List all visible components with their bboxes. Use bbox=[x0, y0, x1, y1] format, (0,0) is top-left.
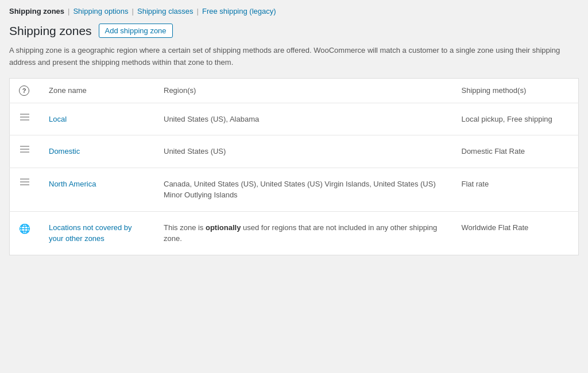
table-row: Domestic United States (US) Domestic Fla… bbox=[10, 135, 579, 168]
zone-name-cell: Domestic bbox=[40, 135, 154, 168]
table-row: Local United States (US), Alabama Local … bbox=[10, 103, 579, 135]
question-icon: ? bbox=[19, 86, 29, 96]
region-cell: United States (US), Alabama bbox=[154, 103, 452, 135]
special-region-cell: This zone is optionally used for regions… bbox=[154, 211, 452, 255]
page-header: Shipping zones Add shipping zone bbox=[9, 24, 579, 38]
table-row: North America Canada, United States (US)… bbox=[10, 168, 579, 211]
drag-handle-cell[interactable] bbox=[10, 135, 40, 168]
separator-1: | bbox=[68, 7, 69, 15]
zone-name-line1: Locations not covered by bbox=[49, 223, 132, 232]
separator-2: | bbox=[132, 7, 134, 15]
shipping-method-cell: Local pickup, Free shipping bbox=[452, 103, 579, 135]
zone-name-link[interactable]: Domestic bbox=[49, 147, 80, 156]
tab-free-shipping[interactable]: Free shipping (legacy) bbox=[202, 7, 276, 15]
th-question: ? bbox=[10, 78, 40, 103]
region-cell: United States (US) bbox=[154, 135, 452, 168]
page-wrapper: Shipping zones | Shipping options | Ship… bbox=[0, 0, 588, 373]
table-row-special: 🌐 Locations not covered by your other zo… bbox=[10, 211, 579, 255]
tab-shipping-zones[interactable]: Shipping zones bbox=[9, 7, 64, 15]
shipping-method-cell: Flat rate bbox=[452, 168, 579, 211]
page-description: A shipping zone is a geographic region w… bbox=[9, 45, 560, 69]
zone-name-link[interactable]: Local bbox=[49, 115, 67, 123]
shipping-zones-table: ? Zone name Region(s) Shipping method(s) bbox=[9, 78, 579, 255]
drag-handle-icon[interactable] bbox=[19, 178, 30, 185]
separator-3: | bbox=[197, 7, 199, 15]
table-header-row: ? Zone name Region(s) Shipping method(s) bbox=[10, 78, 579, 103]
shipping-method-cell: Domestic Flat Rate bbox=[452, 135, 579, 168]
drag-handle-cell[interactable] bbox=[10, 103, 40, 135]
tab-shipping-classes[interactable]: Shipping classes bbox=[137, 7, 194, 15]
th-zone-name: Zone name bbox=[40, 78, 154, 103]
tab-shipping-options[interactable]: Shipping options bbox=[73, 7, 128, 15]
zone-name-link[interactable]: North America bbox=[49, 180, 96, 188]
drag-handle-icon[interactable] bbox=[19, 114, 30, 121]
th-shipping-methods: Shipping method(s) bbox=[452, 78, 579, 103]
locations-not-covered-link[interactable]: Locations not covered by your other zone… bbox=[49, 223, 132, 243]
region-cell: Canada, United States (US), United State… bbox=[154, 168, 452, 211]
zone-name-cell: North America bbox=[40, 168, 154, 211]
region-bold-text: optionally bbox=[206, 223, 241, 232]
page-title: Shipping zones bbox=[9, 24, 92, 38]
drag-handle-icon[interactable] bbox=[19, 146, 30, 153]
zone-name-line2: your other zones bbox=[49, 234, 105, 243]
zone-name-cell: Local bbox=[40, 103, 154, 135]
region-pre-text: This zone is bbox=[164, 223, 206, 232]
zone-name-cell-special: Locations not covered by your other zone… bbox=[40, 211, 154, 255]
nav-tabs: Shipping zones | Shipping options | Ship… bbox=[9, 7, 579, 15]
drag-handle-cell[interactable] bbox=[10, 168, 40, 211]
globe-icon: 🌐 bbox=[19, 224, 30, 234]
special-method-cell: Worldwide Flat Rate bbox=[452, 211, 579, 255]
th-regions: Region(s) bbox=[154, 78, 452, 103]
globe-icon-cell: 🌐 bbox=[10, 211, 40, 255]
add-shipping-zone-button[interactable]: Add shipping zone bbox=[99, 24, 173, 38]
